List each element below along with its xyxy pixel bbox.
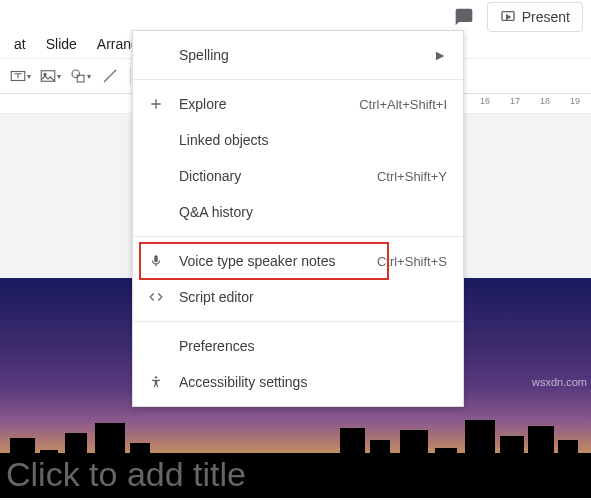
- menu-voice-label: Voice type speaker notes: [179, 253, 377, 269]
- present-button[interactable]: Present: [487, 2, 583, 32]
- menu-explore[interactable]: Explore Ctrl+Alt+Shift+I: [133, 86, 463, 122]
- menu-linked-label: Linked objects: [179, 132, 447, 148]
- menu-script-label: Script editor: [179, 289, 447, 305]
- blank-icon: [145, 45, 167, 65]
- menu-preferences[interactable]: Preferences: [133, 328, 463, 364]
- menu-spelling-label: Spelling: [179, 47, 433, 63]
- menu-slide[interactable]: Slide: [36, 32, 87, 56]
- menu-spelling[interactable]: Spelling ►: [133, 37, 463, 73]
- svg-point-4: [72, 70, 80, 78]
- toolbar-separator: [130, 66, 131, 86]
- svg-point-7: [155, 376, 157, 378]
- image-tool[interactable]: ▾: [36, 62, 64, 90]
- ruler-mark: 16: [480, 96, 490, 106]
- line-icon: [101, 67, 119, 85]
- menu-explore-label: Explore: [179, 96, 359, 112]
- image-icon: [39, 67, 57, 85]
- textbox-icon: [9, 67, 27, 85]
- comment-icon: [454, 7, 474, 27]
- shape-icon: [69, 67, 87, 85]
- menu-voice-shortcut: Ctrl+Shift+S: [377, 254, 447, 269]
- menu-explore-shortcut: Ctrl+Alt+Shift+I: [359, 97, 447, 112]
- ruler-mark: 17: [510, 96, 520, 106]
- watermark: wsxdn.com: [532, 376, 587, 388]
- menu-separator: [133, 79, 463, 80]
- ruler-mark: 19: [570, 96, 580, 106]
- comments-button[interactable]: [451, 4, 477, 30]
- menu-dictionary[interactable]: Dictionary Ctrl+Shift+Y: [133, 158, 463, 194]
- menu-format[interactable]: at: [4, 32, 36, 56]
- title-placeholder[interactable]: Click to add title: [6, 455, 246, 494]
- menu-linked-objects[interactable]: Linked objects: [133, 122, 463, 158]
- accessibility-icon: [145, 372, 167, 392]
- menu-voice-type[interactable]: Voice type speaker notes Ctrl+Shift+S: [133, 243, 463, 279]
- script-icon: [145, 287, 167, 307]
- present-label: Present: [522, 9, 570, 25]
- present-icon: [500, 9, 516, 25]
- menu-qa-label: Q&A history: [179, 204, 447, 220]
- menu-qa-history[interactable]: Q&A history: [133, 194, 463, 230]
- blank-icon: [145, 336, 167, 356]
- menu-dictionary-label: Dictionary: [179, 168, 377, 184]
- menu-separator: [133, 236, 463, 237]
- menu-accessibility[interactable]: Accessibility settings: [133, 364, 463, 400]
- menu-script-editor[interactable]: Script editor: [133, 279, 463, 315]
- blank-icon: [145, 130, 167, 150]
- tools-dropdown: Spelling ► Explore Ctrl+Alt+Shift+I Link…: [132, 30, 464, 407]
- microphone-icon: [145, 251, 167, 271]
- blank-icon: [145, 166, 167, 186]
- shape-tool[interactable]: ▾: [66, 62, 94, 90]
- menu-dictionary-shortcut: Ctrl+Shift+Y: [377, 169, 447, 184]
- line-tool[interactable]: [96, 62, 124, 90]
- ruler-mark: 18: [540, 96, 550, 106]
- menu-a11y-label: Accessibility settings: [179, 374, 447, 390]
- blank-icon: [145, 202, 167, 222]
- svg-line-6: [104, 70, 116, 82]
- submenu-arrow-icon: ►: [433, 47, 447, 63]
- menu-prefs-label: Preferences: [179, 338, 447, 354]
- menu-separator: [133, 321, 463, 322]
- textbox-tool[interactable]: ▾: [6, 62, 34, 90]
- explore-icon: [145, 94, 167, 114]
